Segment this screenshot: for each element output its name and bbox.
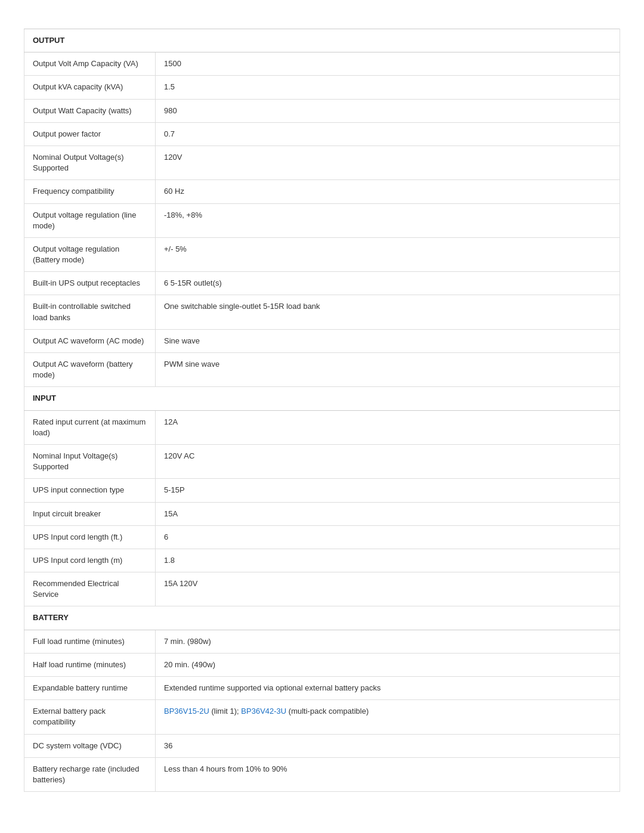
table-row: Recommended Electrical Service15A 120V (24, 572, 620, 606)
section-header: INPUT (24, 387, 620, 410)
table-row: Output AC waveform (battery mode)PWM sin… (24, 353, 620, 387)
spec-label: Frequency compatibility (24, 180, 156, 203)
spec-label: Output Watt Capacity (watts) (24, 99, 156, 122)
table-row: Full load runtime (minutes)7 min. (980w) (24, 630, 620, 653)
spec-value: 6 (156, 525, 620, 549)
spec-value: +/- 5% (156, 237, 620, 271)
spec-label: DC system voltage (VDC) (24, 734, 156, 757)
spec-label: Half load runtime (minutes) (24, 653, 156, 676)
table-row: Output AC waveform (AC mode)Sine wave (24, 329, 620, 352)
spec-label: Rated input current (at maximum load) (24, 410, 156, 444)
spec-value: 120V (156, 145, 620, 179)
table-row: Built-in UPS output receptacles6 5-15R o… (24, 272, 620, 295)
section-header-label: BATTERY (24, 606, 620, 630)
spec-value: 15A (156, 502, 620, 525)
spec-label: Output power factor (24, 122, 156, 145)
table-row: Output voltage regulation (line mode)-18… (24, 203, 620, 237)
spec-label: Input circuit breaker (24, 502, 156, 525)
section-header: OUTPUT (24, 29, 620, 52)
spec-link[interactable]: BP36V15-2U (164, 707, 209, 716)
spec-value: 6 5-15R outlet(s) (156, 272, 620, 295)
spec-label: Built-in controllable switched load bank… (24, 295, 156, 329)
spec-label: Battery recharge rate (included batterie… (24, 757, 156, 791)
spec-label: Built-in UPS output receptacles (24, 272, 156, 295)
table-row: Frequency compatibility60 Hz (24, 180, 620, 203)
spec-value: Extended runtime supported via optional … (156, 677, 620, 700)
table-row: Half load runtime (minutes)20 min. (490w… (24, 653, 620, 676)
spec-label: Recommended Electrical Service (24, 572, 156, 606)
spec-value: -18%, +8% (156, 203, 620, 237)
table-row: Rated input current (at maximum load)12A (24, 410, 620, 444)
spec-label: UPS input connection type (24, 479, 156, 502)
table-row: UPS Input cord length (ft.)6 (24, 525, 620, 549)
spec-link[interactable]: BP36V42-3U (241, 707, 286, 716)
spec-value: 20 min. (490w) (156, 653, 620, 676)
table-row: Built-in controllable switched load bank… (24, 295, 620, 329)
spec-label: Expandable battery runtime (24, 677, 156, 700)
table-row: Output power factor0.7 (24, 122, 620, 145)
spec-value: 60 Hz (156, 180, 620, 203)
table-row: Output Watt Capacity (watts)980 (24, 99, 620, 122)
spec-label: External battery pack compatibility (24, 700, 156, 734)
spec-value: 120V AC (156, 444, 620, 478)
table-row: Battery recharge rate (included batterie… (24, 757, 620, 791)
table-row: UPS input connection type5-15P (24, 479, 620, 502)
spec-value: 36 (156, 734, 620, 757)
spec-label: Nominal Output Voltage(s) Supported (24, 145, 156, 179)
spec-label: Output voltage regulation (Battery mode) (24, 237, 156, 271)
table-row: Expandable battery runtimeExtended runti… (24, 677, 620, 700)
spec-label: Full load runtime (minutes) (24, 630, 156, 653)
spec-label: UPS Input cord length (m) (24, 549, 156, 572)
spec-value: 1.5 (156, 76, 620, 99)
table-row: Nominal Input Voltage(s) Supported120V A… (24, 444, 620, 478)
spec-value: 7 min. (980w) (156, 630, 620, 653)
section-header: BATTERY (24, 606, 620, 630)
spec-label: Output kVA capacity (kVA) (24, 76, 156, 99)
spec-label: Output Volt Amp Capacity (VA) (24, 52, 156, 76)
spec-value: One switchable single-outlet 5-15R load … (156, 295, 620, 329)
spec-value: Less than 4 hours from 10% to 90% (156, 757, 620, 791)
section-header-label: INPUT (24, 387, 620, 410)
spec-value: 1500 (156, 52, 620, 76)
spec-value: 1.8 (156, 549, 620, 572)
table-row: Nominal Output Voltage(s) Supported120V (24, 145, 620, 179)
spec-label: UPS Input cord length (ft.) (24, 525, 156, 549)
table-row: UPS Input cord length (m)1.8 (24, 549, 620, 572)
table-row: External battery pack compatibilityBP36V… (24, 700, 620, 734)
table-row: Output voltage regulation (Battery mode)… (24, 237, 620, 271)
spec-label: Output AC waveform (AC mode) (24, 329, 156, 352)
table-row: DC system voltage (VDC)36 (24, 734, 620, 757)
table-row: Output kVA capacity (kVA)1.5 (24, 76, 620, 99)
spec-value: Sine wave (156, 329, 620, 352)
table-row: Input circuit breaker15A (24, 502, 620, 525)
spec-value: 15A 120V (156, 572, 620, 606)
spec-value: 0.7 (156, 122, 620, 145)
table-row: Output Volt Amp Capacity (VA)1500 (24, 52, 620, 76)
spec-value: BP36V15-2U (limit 1); BP36V42-3U (multi-… (156, 700, 620, 734)
spec-label: Output voltage regulation (line mode) (24, 203, 156, 237)
specifications-table: OUTPUTOutput Volt Amp Capacity (VA)1500O… (24, 29, 620, 792)
spec-label: Output AC waveform (battery mode) (24, 353, 156, 387)
spec-value: 980 (156, 99, 620, 122)
spec-value: 12A (156, 410, 620, 444)
spec-value: PWM sine wave (156, 353, 620, 387)
spec-value: 5-15P (156, 479, 620, 502)
section-header-label: OUTPUT (24, 29, 620, 52)
spec-label: Nominal Input Voltage(s) Supported (24, 444, 156, 478)
